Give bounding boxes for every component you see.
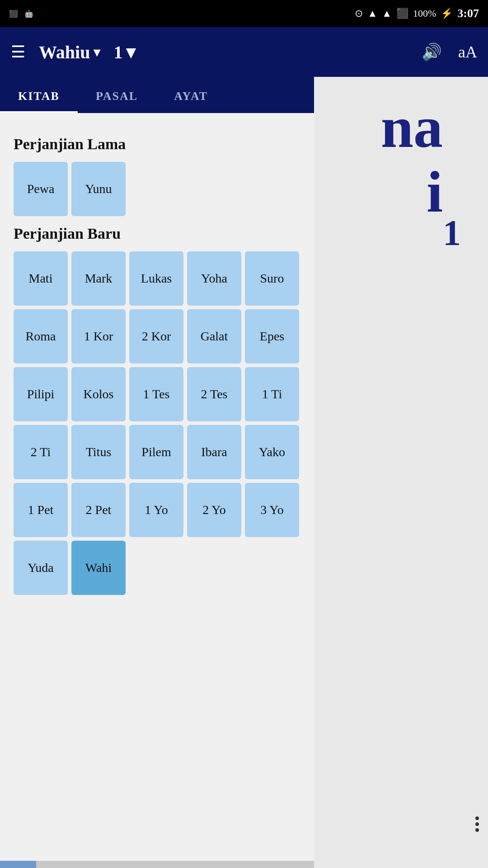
battery-icon: ⚡ [441,8,453,19]
book-btn-mati[interactable]: Mati [14,251,68,306]
chapter-label: 1 [113,42,122,63]
book-btn-yoha[interactable]: Yoha [187,251,241,306]
tabs-bar: KITAB PASAL AYAT [0,77,314,113]
photo-icon: ⬛ [9,9,18,18]
book-btn-2tes[interactable]: 2 Tes [187,367,241,421]
book-title-label: Wahiu [39,42,90,63]
book-btn-mark[interactable]: Mark [71,251,126,306]
font-size-button[interactable]: aA [458,42,477,61]
dot-1 [475,816,479,820]
book-btn-1tes[interactable]: 1 Tes [129,367,183,421]
panel-body: Perjanjian Lama Pewa Yunu Perjanjian Bar… [0,113,314,618]
book-btn-2kor[interactable]: 2 Kor [129,309,183,363]
sound-button[interactable]: 🔊 [422,42,442,61]
book-btn-ibara[interactable]: Ibara [187,425,241,479]
overlay-panel: KITAB PASAL AYAT Perjanjian Lama Pewa Yu… [0,77,314,868]
scrollbar-thumb[interactable] [0,861,36,868]
scrollbar[interactable] [0,861,314,868]
android-icon: 🤖 [24,9,33,18]
book-grid-lama: Pewa Yunu [14,162,300,216]
status-time: 3:07 [457,7,479,20]
tab-kitab[interactable]: KITAB [0,81,78,113]
book-btn-yako[interactable]: Yako [245,425,299,479]
chapter-button[interactable]: 1 ▾ [113,42,135,63]
book-title-chevron-icon: ▾ [94,45,100,60]
book-btn-lukas[interactable]: Lukas [129,251,183,306]
book-btn-yuda[interactable]: Yuda [14,541,68,595]
dot-3 [475,828,479,832]
book-btn-wahi[interactable]: Wahi [71,541,126,595]
status-bar-right: ⊙ ▲ ▲ ⬛ 100% ⚡ 3:07 [355,7,479,20]
book-btn-1kor[interactable]: 1 Kor [71,309,126,363]
book-btn-1yo[interactable]: 1 Yo [129,483,183,537]
book-btn-kolos[interactable]: Kolos [71,367,126,421]
book-btn-epes[interactable]: Epes [245,309,299,363]
book-btn-pewa[interactable]: Pewa [14,162,68,216]
book-btn-2yo[interactable]: 2 Yo [187,483,241,537]
book-btn-yunu[interactable]: Yunu [71,162,126,216]
book-btn-2ti[interactable]: 2 Ti [14,425,68,479]
status-bar: ⬛ 🤖 ⊙ ▲ ▲ ⬛ 100% ⚡ 3:07 [0,0,488,27]
bg-text-1: 1 [443,212,461,254]
tab-ayat[interactable]: AYAT [156,81,226,113]
status-bar-left: ⬛ 🤖 [9,9,33,18]
tab-pasal[interactable]: PASAL [78,81,156,113]
book-btn-suro[interactable]: Suro [245,251,299,306]
book-btn-1ti[interactable]: 1 Ti [245,367,299,421]
section-title-baru: Perjanjian Baru [14,225,300,242]
book-grid-baru: Mati Mark Lukas Yoha Suro Roma 1 Kor 2 K… [14,251,300,595]
nosim-icon: ⬛ [396,8,408,19]
hamburger-menu-button[interactable]: ☰ [11,42,25,61]
dot-2 [475,822,479,826]
book-btn-galat[interactable]: Galat [187,309,241,363]
book-btn-1pet[interactable]: 1 Pet [14,483,68,537]
book-title-button[interactable]: Wahiu ▾ [39,42,100,63]
book-btn-pilem[interactable]: Pilem [129,425,183,479]
chapter-chevron-icon: ▾ [126,42,135,63]
book-btn-pilipi[interactable]: Pilipi [14,367,68,421]
navbar: ☰ Wahiu ▾ 1 ▾ 🔊 aA [0,27,488,77]
book-btn-2pet[interactable]: 2 Pet [71,483,126,537]
signal-icon: ▲ [382,8,392,19]
book-btn-roma[interactable]: Roma [14,309,68,363]
battery-label: 100% [413,8,436,19]
section-title-lama: Perjanjian Lama [14,136,300,153]
book-btn-3yo[interactable]: 3 Yo [245,483,299,537]
book-btn-titus[interactable]: Titus [71,425,126,479]
target-icon: ⊙ [355,8,363,19]
more-options-button[interactable] [475,816,479,832]
wifi-icon: ▲ [367,8,377,19]
